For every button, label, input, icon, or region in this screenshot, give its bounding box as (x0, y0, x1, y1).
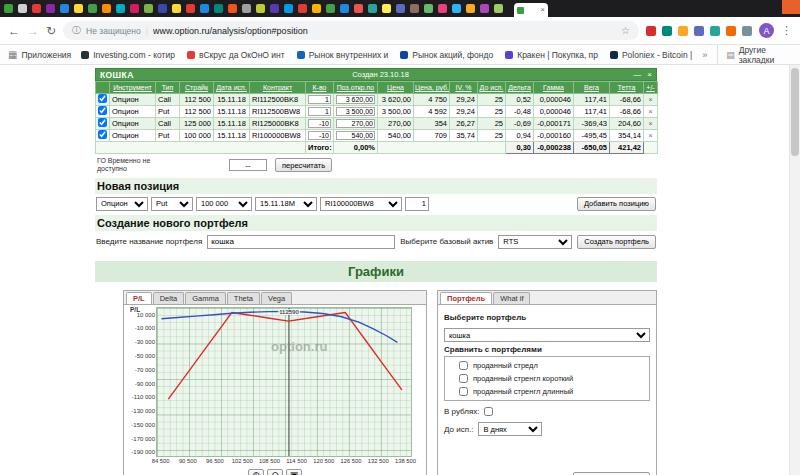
extension-icon[interactable] (646, 26, 656, 36)
column-header[interactable]: Страйк (180, 82, 214, 94)
browser-tab-favicon[interactable] (200, 4, 209, 13)
chart-tab-p-l[interactable]: P/L (126, 292, 152, 304)
qty-input[interactable] (308, 131, 331, 140)
column-header[interactable]: +/- (644, 82, 658, 94)
column-header[interactable]: IV, % (450, 82, 478, 94)
browser-tab-favicon[interactable] (18, 4, 27, 13)
extension-icon[interactable] (710, 26, 720, 36)
browser-tab-favicon[interactable] (298, 4, 307, 13)
browser-tab-favicon[interactable] (144, 4, 153, 13)
window-close-button[interactable] (782, 0, 800, 14)
row-checkbox[interactable] (98, 118, 107, 127)
browser-tab-favicon[interactable] (466, 4, 475, 13)
browser-tab-favicon[interactable] (102, 4, 111, 13)
browser-tab-favicon[interactable] (368, 4, 377, 13)
remove-position-icon[interactable]: × (644, 106, 658, 118)
column-header[interactable]: Инструмент (110, 82, 156, 94)
tab-close-icon[interactable]: × (540, 6, 545, 14)
back-icon[interactable]: ← (8, 25, 20, 37)
recalculate-button[interactable]: пересчитать (275, 158, 332, 172)
browser-tab-favicon[interactable] (326, 4, 335, 13)
browser-menu-icon[interactable]: ⋮ (781, 24, 792, 37)
compare-option[interactable]: проданный стренгл короткий (445, 372, 649, 385)
browser-tab-favicon[interactable] (382, 4, 391, 13)
open-price-input[interactable] (336, 119, 375, 128)
extension-icon[interactable] (694, 26, 704, 36)
extension-icon[interactable] (742, 26, 752, 36)
browser-tab-favicon[interactable] (74, 4, 83, 13)
column-header[interactable]: Вега (574, 82, 610, 94)
browser-tab-favicon[interactable] (312, 4, 321, 13)
column-header[interactable]: Тип (156, 82, 180, 94)
column-header[interactable]: До исп. (478, 82, 506, 94)
row-checkbox[interactable] (98, 130, 107, 139)
options-tab[interactable]: What if (493, 292, 530, 304)
column-header[interactable]: Гамма (534, 82, 574, 94)
open-price-input[interactable] (336, 131, 375, 140)
browser-tab-favicon[interactable] (494, 4, 503, 13)
apps-shortcut[interactable]: ▦ Приложения (8, 49, 71, 60)
column-header[interactable]: Цена, руб. (414, 82, 450, 94)
browser-tab-favicon[interactable] (4, 4, 13, 13)
browser-tab-favicon[interactable] (158, 4, 167, 13)
column-header[interactable]: Тетта (610, 82, 644, 94)
bookmark-item[interactable]: Poloniex - Bitcoin | кри (610, 50, 692, 60)
browser-tab-favicon[interactable] (424, 4, 433, 13)
column-header[interactable]: Цена (378, 82, 414, 94)
row-checkbox[interactable] (98, 94, 107, 103)
instrument-select[interactable]: Опцион (96, 197, 148, 211)
browser-tab-favicon[interactable] (88, 4, 97, 13)
other-bookmarks[interactable]: ▤ Другие закладки (717, 45, 792, 65)
base-asset-select[interactable]: RTS (498, 235, 572, 249)
browser-tab-favicon[interactable] (340, 4, 349, 13)
remove-position-icon[interactable]: × (644, 130, 658, 142)
bookmark-item[interactable]: Investing.com - котир (81, 50, 175, 60)
options-tab[interactable]: Портфель (440, 292, 492, 304)
browser-tab-favicon[interactable] (172, 4, 181, 13)
bookmark-item[interactable]: Кракен | Покупка, пр (505, 50, 598, 60)
compare-option[interactable]: проданный стредл (445, 359, 649, 372)
column-header[interactable]: Дельта (506, 82, 534, 94)
chart-tab-theta[interactable]: Theta (227, 292, 260, 304)
qty-input[interactable] (308, 95, 331, 104)
minimize-icon[interactable]: — (633, 70, 641, 79)
compare-option[interactable]: проданный стренгл длинный (445, 385, 649, 398)
qty-input[interactable] (308, 107, 331, 116)
url-text[interactable]: www.option.ru/analysis/option#position (153, 26, 616, 36)
qty-input[interactable] (308, 119, 331, 128)
reload-icon[interactable]: ↻ (46, 25, 56, 37)
compare-checkbox[interactable] (459, 387, 468, 396)
compare-checkbox[interactable] (459, 374, 468, 383)
open-price-input[interactable] (336, 95, 375, 104)
compare-checkbox[interactable] (459, 361, 468, 370)
browser-tab-favicon[interactable] (256, 4, 265, 13)
create-portfolio-button[interactable]: Создать портфель (577, 235, 656, 249)
quantity-input[interactable] (405, 197, 429, 211)
remove-position-icon[interactable]: × (644, 94, 658, 106)
browser-tab-favicon[interactable] (242, 4, 251, 13)
portfolio-name-input[interactable] (207, 235, 395, 249)
browser-tab-favicon[interactable] (270, 4, 279, 13)
browser-tab-favicon[interactable] (60, 4, 69, 13)
column-header[interactable]: Контракт (250, 82, 306, 94)
column-header[interactable]: К-во (306, 82, 334, 94)
site-info-icon[interactable]: ⓘ (72, 24, 81, 37)
portfolio-select[interactable]: кошка (444, 328, 650, 342)
browser-tab-favicon[interactable] (130, 4, 139, 13)
scrollbar-thumb[interactable] (791, 68, 799, 156)
chart-tab-gamma[interactable]: Gamma (185, 292, 226, 304)
profile-avatar[interactable]: A (759, 23, 774, 38)
browser-tab-favicon[interactable] (354, 4, 363, 13)
chart-tab-vega[interactable]: Vega (261, 292, 292, 304)
remove-position-icon[interactable]: × (644, 118, 658, 130)
browser-tab-favicon[interactable] (32, 4, 41, 13)
contract-select[interactable]: RI100000BW8 (320, 197, 402, 211)
page-scrollbar[interactable] (789, 65, 800, 475)
browser-tab-favicon[interactable] (284, 4, 293, 13)
browser-tab-favicon[interactable] (438, 4, 447, 13)
strike-select[interactable]: 100 000 (196, 197, 252, 211)
bookmark-item[interactable]: Рынок акций, фондо (400, 50, 493, 60)
browser-tab-favicon[interactable] (214, 4, 223, 13)
column-header[interactable]: Поз.откр.по (334, 82, 378, 94)
browser-tab-favicon[interactable] (410, 4, 419, 13)
